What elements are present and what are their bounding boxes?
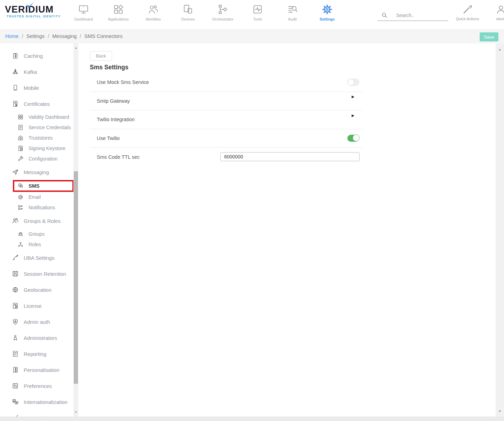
nav-label-orchestrator: Orchestrator	[212, 17, 233, 21]
audit-icon	[287, 4, 298, 15]
sidebar-label-messaging: Messaging	[24, 169, 49, 175]
use-twilio-toggle[interactable]	[347, 135, 359, 142]
sidebar-item-signing-keystore[interactable]: Signing Keystore	[0, 143, 74, 154]
sidebar-item-messaging[interactable]: Messaging	[0, 164, 74, 180]
scroll-up-icon[interactable]: ▲	[73, 46, 78, 49]
sidebar-item-certificates[interactable]: Certificates	[0, 96, 74, 112]
nav-label-settings: Settings	[320, 17, 334, 21]
nav-item-applications[interactable]: Applications	[101, 3, 136, 25]
expand-arrow-icon[interactable]: ▶	[352, 95, 354, 99]
roles-icon	[17, 241, 24, 248]
sidebar-item-caching[interactable]: Caching	[0, 48, 74, 64]
expand-arrow-icon[interactable]: ▶	[352, 114, 354, 117]
row-label-use-twilio: Use Twilio	[90, 135, 120, 141]
row-twilio-integration: Twilio Integration▶	[90, 110, 362, 129]
sidebar-item-external-pin[interactable]: External PIN	[0, 410, 74, 416]
sidebar-item-session-retention[interactable]: Session Retention	[0, 266, 74, 282]
nav-item-settings[interactable]: Settings	[310, 3, 345, 25]
doc-lock-icon	[12, 302, 19, 309]
search-icon	[381, 12, 388, 18]
sidebar-item-reporting[interactable]: Reporting	[0, 346, 74, 362]
sidebar-label-preferences: Preferences	[24, 383, 52, 389]
sidebar-label-groups-roles: Groups & Roles	[24, 218, 61, 224]
sidebar-label-uba-settings: UBA Settings	[24, 255, 54, 261]
row-use-mock-sms-service: Use Mock Sms Service	[90, 73, 362, 92]
personalise-icon	[12, 366, 19, 373]
save-button[interactable]: Save	[480, 32, 498, 41]
back-button[interactable]: Back	[90, 51, 112, 61]
scroll-down-icon[interactable]: ▼	[73, 411, 78, 414]
sidebar-label-admin-auth: Admin auth	[24, 319, 50, 325]
sidebar-item-internationalization[interactable]: Internationalization	[0, 394, 74, 410]
wrench-icon	[17, 156, 24, 162]
sidebar-item-mobile[interactable]: Mobile	[0, 80, 74, 96]
breadcrumb-item-messaging[interactable]: Messaging	[52, 33, 77, 39]
sidebar-label-license: License	[24, 303, 42, 309]
breadcrumb-item-settings[interactable]: Settings	[26, 33, 45, 39]
mobile-icon	[12, 84, 19, 91]
nav-item-audit[interactable]: Audit	[275, 3, 310, 25]
toggle-knob	[353, 134, 360, 141]
page-title: Sms Settings	[90, 64, 128, 71]
nav-label-applications: Applications	[108, 17, 128, 21]
nav-label-devices: Devices	[181, 17, 195, 21]
sidebar-item-preferences[interactable]: Preferences	[0, 378, 74, 394]
david-button[interactable]: david	[484, 3, 504, 25]
sidebar-label-roles: Roles	[29, 242, 41, 247]
doc-lines-icon	[17, 124, 24, 131]
page-scrollbar[interactable]: ▲ ▼	[496, 44, 504, 416]
nav-item-orchestrator[interactable]: Orchestrator	[205, 3, 240, 25]
sidebar-item-configuration[interactable]: Configuration	[0, 154, 74, 164]
page-scroll-up-icon[interactable]: ▲	[496, 48, 504, 51]
globe-icon	[12, 286, 19, 293]
breadcrumb-item-sms-connectors[interactable]: SMS Connectors	[84, 33, 123, 39]
sidebar-label-kafka: Kafka	[24, 69, 37, 75]
notifications-icon	[17, 204, 24, 211]
page-scroll-down-icon[interactable]: ▼	[496, 410, 504, 413]
sidebar-item-groups[interactable]: Groups	[0, 229, 74, 239]
sidebar-item-kafka[interactable]: Kafka	[0, 64, 74, 80]
breadcrumb-item-home[interactable]: Home	[5, 33, 19, 39]
logo-check-icon	[26, 1, 35, 9]
sidebar-item-geolocation[interactable]: Geolocation	[0, 282, 74, 298]
applications-icon	[113, 4, 124, 15]
use-mock-sms-service-toggle[interactable]	[347, 79, 359, 86]
sidebar-item-notifications[interactable]: Notifications	[0, 202, 74, 213]
breadcrumb-separator: /	[80, 33, 81, 39]
nav-item-dashboard[interactable]: Dashboard	[66, 3, 101, 25]
sidebar-item-truststores[interactable]: Truststores	[0, 133, 74, 143]
search-input[interactable]	[396, 13, 445, 18]
nav-item-identities[interactable]: Identities	[136, 3, 171, 25]
nav-item-devices[interactable]: Devices	[171, 3, 205, 25]
orchestrator-icon	[217, 4, 228, 15]
sidebar-label-signing-keystore: Signing Keystore	[29, 146, 65, 151]
wand-icon	[462, 4, 473, 15]
sidebar-item-email[interactable]: Email	[0, 192, 74, 202]
row-label-smtp-gateway: Smtp Gateway	[90, 98, 130, 104]
sidebar-scrollbar-thumb[interactable]	[74, 171, 78, 384]
sidebar-label-configuration: Configuration	[29, 156, 57, 162]
sidebar-label-groups: Groups	[29, 231, 45, 237]
sidebar-scrollbar[interactable]: ▲ ▼	[73, 44, 78, 416]
identities-icon	[148, 4, 159, 15]
doc-lines-icon	[12, 350, 19, 357]
sidebar-item-sms[interactable]: SMS	[13, 180, 74, 192]
sidebar-item-uba-settings[interactable]: UBA Settings	[0, 250, 74, 266]
nav-item-tools[interactable]: Tools	[240, 3, 275, 25]
sidebar-item-roles[interactable]: Roles	[0, 239, 74, 250]
nav-label-dashboard: Dashboard	[74, 17, 93, 21]
quick-actions-button[interactable]: Quick Actions	[451, 3, 484, 25]
sidebar-label-administrators: Administrators	[24, 335, 57, 341]
shield-lock-icon	[12, 318, 19, 325]
sidebar-item-admin-auth[interactable]: Admin auth	[0, 314, 74, 330]
row-smtp-gateway: Smtp Gateway▶	[90, 92, 362, 111]
sidebar-item-personalisation[interactable]: Personalisation	[0, 362, 74, 378]
grid-icon	[17, 114, 24, 120]
sidebar-item-license[interactable]: License	[0, 298, 74, 314]
sidebar-item-service-credentials[interactable]: Service Credentials	[0, 122, 74, 133]
sidebar-item-administrators[interactable]: Administrators	[0, 330, 74, 346]
veridium-logo[interactable]: VERIDIUM TRUSTED DIGITAL IDENTITY	[5, 4, 64, 18]
sidebar-item-validity-dashboard[interactable]: Validity Dashboard	[0, 112, 74, 122]
sms-code-ttl-sec-input[interactable]	[220, 152, 360, 161]
sidebar-item-groups-roles[interactable]: Groups & Roles	[0, 213, 74, 229]
